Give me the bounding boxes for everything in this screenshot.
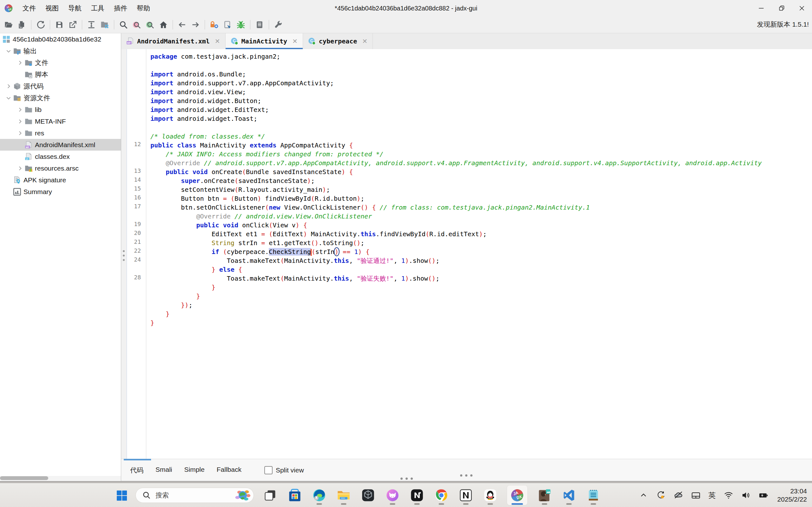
- update-notice-link[interactable]: 发现新版本 1.5.1!: [757, 20, 809, 29]
- code-line-29[interactable]: });: [150, 300, 812, 309]
- code-line-19[interactable]: @Override // android.view.View.OnClickLi…: [150, 212, 812, 221]
- start-button[interactable]: [115, 489, 129, 502]
- chevron-open-icon[interactable]: [4, 95, 13, 101]
- expand-code-button[interactable]: [85, 18, 98, 32]
- save-all-button[interactable]: [53, 18, 66, 32]
- taskbar-qq[interactable]: [483, 486, 498, 505]
- deobfuscation-button[interactable]: [207, 18, 221, 32]
- code-line-30[interactable]: }: [150, 309, 812, 318]
- export-button[interactable]: [66, 18, 79, 32]
- flat-packages-button[interactable]: [98, 18, 111, 32]
- sidebar-hscrollbar-track[interactable]: [0, 476, 121, 481]
- code-line-9[interactable]: [150, 123, 812, 132]
- taskbar-jadx[interactable]: JADX: [507, 486, 527, 505]
- splitter-handle[interactable]: [460, 474, 472, 476]
- taskbar-cat-app[interactable]: [385, 486, 400, 505]
- taskbar-notepad-app[interactable]: [586, 486, 601, 505]
- taskbar-chrome[interactable]: [434, 486, 449, 505]
- cloud-off-icon[interactable]: [674, 491, 683, 500]
- comment-search-button[interactable]: [143, 18, 157, 32]
- editor-tab-cyberpeace[interactable]: Ccyberpeace✕: [303, 33, 373, 49]
- chevron-closed-icon[interactable]: [15, 107, 25, 113]
- taskbar-edge[interactable]: [312, 486, 326, 505]
- editor-tab-MainActivity[interactable]: CMainActivity✕: [225, 33, 303, 49]
- minimize-button[interactable]: [751, 0, 771, 16]
- tree-item-5[interactable]: 资源文件: [0, 92, 121, 104]
- code-line-12[interactable]: /* JADX INFO: Access modifiers changed f…: [150, 150, 812, 159]
- menu-item-4[interactable]: 插件: [109, 0, 132, 16]
- tab-close-icon[interactable]: ✕: [292, 38, 298, 45]
- code-line-22[interactable]: String strIn = et1.getText().toString();: [150, 238, 812, 247]
- open-file-button[interactable]: [2, 18, 15, 32]
- taskbar-file-explorer[interactable]: [336, 486, 351, 505]
- code-line-18[interactable]: btn.setOnClickListener(new View.OnClickL…: [150, 203, 812, 212]
- code-line-23[interactable]: if (cyberpeace.CheckString(strIn) == 1) …: [150, 247, 812, 256]
- wifi-icon[interactable]: [724, 491, 733, 500]
- code-editor[interactable]: package com.testjava.jack.pingan2;import…: [146, 49, 812, 459]
- tree-item-10[interactable]: Jclasses.dex: [0, 151, 121, 162]
- battery-icon[interactable]: [759, 491, 768, 500]
- rename-button[interactable]: [221, 18, 234, 32]
- chevron-closed-icon[interactable]: [15, 60, 25, 66]
- taskbar-game-emblem[interactable]: [360, 486, 375, 505]
- chevron-closed-icon[interactable]: [15, 165, 25, 172]
- code-line-28[interactable]: }: [150, 292, 812, 300]
- log-viewer-button[interactable]: [253, 18, 266, 32]
- code-line-17[interactable]: Button btn = (Button) findViewById(R.id.…: [150, 194, 812, 203]
- view-tab-代码[interactable]: 代码: [125, 466, 148, 475]
- code-line-31[interactable]: }: [150, 318, 812, 327]
- code-line-6[interactable]: import android.widget.Button;: [150, 96, 812, 105]
- tab-close-icon[interactable]: ✕: [215, 38, 220, 45]
- tree-item-4[interactable]: 源代码: [0, 80, 121, 92]
- code-line-20[interactable]: public void onClick(View v) {: [150, 221, 812, 230]
- chevron-closed-icon[interactable]: [15, 130, 25, 136]
- close-button[interactable]: [792, 0, 812, 16]
- sync-icon[interactable]: [656, 491, 666, 500]
- sidebar-hscrollbar-thumb[interactable]: [0, 476, 48, 480]
- tree-item-11[interactable]: resources.arsc: [0, 162, 121, 174]
- code-line-13[interactable]: @Override // android.support.v7.app.AppC…: [150, 159, 812, 167]
- taskbar-n-app[interactable]: [409, 486, 424, 505]
- code-line-25[interactable]: } else {: [150, 265, 812, 274]
- code-line-16[interactable]: setContentView(R.layout.activity_main);: [150, 185, 812, 194]
- split-view-checkbox[interactable]: [264, 466, 272, 474]
- view-tab-Simple[interactable]: Simple: [180, 466, 209, 475]
- taskbar-vscode[interactable]: [561, 486, 576, 505]
- code-line-8[interactable]: import android.widget.Toast;: [150, 114, 812, 123]
- code-line-26[interactable]: Toast.makeText(MainActivity.this, "验证失败!…: [150, 274, 812, 283]
- code-line-15[interactable]: super.onCreate(savedInstanceState);: [150, 176, 812, 185]
- main-activity-home-button[interactable]: [157, 18, 170, 32]
- menu-item-0[interactable]: 文件: [18, 0, 41, 16]
- menu-item-1[interactable]: 视图: [41, 0, 63, 16]
- code-line-1[interactable]: package com.testjava.jack.pingan2;: [150, 52, 812, 61]
- taskbar-ms-store[interactable]: [287, 486, 302, 505]
- taskbar-gallery-app[interactable]: [537, 486, 552, 505]
- taskbar-search[interactable]: 搜索: [136, 488, 254, 503]
- code-line-4[interactable]: import android.support.v7.app.AppCompatA…: [150, 79, 812, 88]
- preferences-button[interactable]: [272, 18, 285, 32]
- nav-forward-button[interactable]: [189, 18, 202, 32]
- maximize-restore-button[interactable]: [771, 0, 792, 16]
- tree-item-8[interactable]: res: [0, 127, 121, 139]
- splitter-handle[interactable]: [400, 477, 413, 480]
- taskbar-task-view[interactable]: [263, 486, 277, 505]
- code-line-3[interactable]: import android.os.Bundle;: [150, 70, 812, 79]
- code-line-11[interactable]: public class MainActivity extends AppCom…: [150, 141, 812, 150]
- clock[interactable]: 23:042025/2/22: [777, 487, 807, 504]
- view-tab-Smali[interactable]: Smali: [151, 466, 177, 475]
- volume-icon[interactable]: [741, 491, 751, 500]
- touchpad-icon[interactable]: [691, 491, 701, 500]
- tray-chevron-icon[interactable]: [639, 491, 648, 500]
- tab-close-icon[interactable]: ✕: [362, 38, 367, 45]
- tree-item-1[interactable]: 输出: [0, 45, 121, 57]
- chevron-closed-icon[interactable]: [4, 83, 13, 90]
- chevron-open-icon[interactable]: [4, 48, 13, 54]
- code-line-24[interactable]: Toast.makeText(MainActivity.this, "验证通过!…: [150, 256, 812, 265]
- menu-item-3[interactable]: 工具: [86, 0, 109, 16]
- tree-item-7[interactable]: META-INF: [0, 115, 121, 127]
- tree-item-2[interactable]: 文件: [0, 57, 121, 68]
- text-search-button[interactable]: [117, 18, 130, 32]
- ime-indicator[interactable]: 英: [709, 491, 716, 500]
- tree-item-0[interactable]: 456c1dab04b24036ba1d6e32: [0, 33, 121, 45]
- menu-item-5[interactable]: 帮助: [132, 0, 155, 16]
